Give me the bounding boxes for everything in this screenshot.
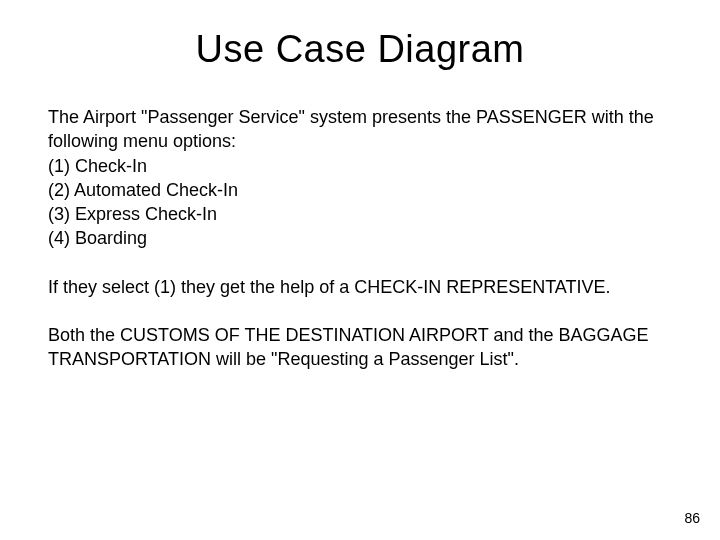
- page-number: 86: [684, 510, 700, 526]
- paragraph-customs: Both the CUSTOMS OF THE DESTINATION AIRP…: [48, 323, 672, 372]
- paragraph-select: If they select (1) they get the help of …: [48, 275, 672, 299]
- option-3: (3) Express Check-In: [48, 202, 672, 226]
- slide-container: Use Case Diagram The Airport "Passenger …: [0, 0, 720, 540]
- customs-line-1: Both the CUSTOMS OF THE DESTINATION AIRP…: [48, 325, 649, 345]
- paragraph-intro: The Airport "Passenger Service" system p…: [48, 105, 672, 251]
- slide-title: Use Case Diagram: [48, 28, 672, 71]
- customs-line-2: TRANSPORTATION will be "Requesting a Pas…: [48, 349, 519, 369]
- select-text: If they select (1) they get the help of …: [48, 277, 611, 297]
- option-2: (2) Automated Check-In: [48, 178, 672, 202]
- intro-line-1: The Airport "Passenger Service" system p…: [48, 107, 654, 127]
- option-4: (4) Boarding: [48, 226, 672, 250]
- slide-body: The Airport "Passenger Service" system p…: [48, 105, 672, 372]
- option-1: (1) Check-In: [48, 154, 672, 178]
- intro-line-2: following menu options:: [48, 131, 236, 151]
